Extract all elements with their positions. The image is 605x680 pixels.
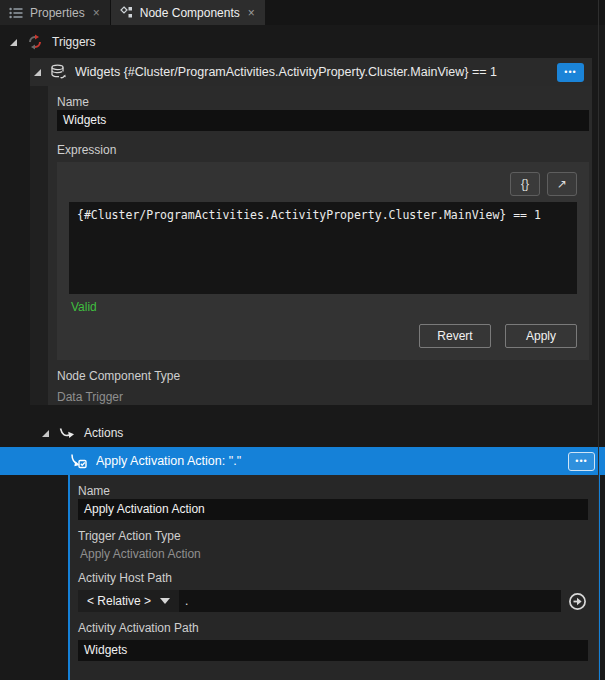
section-label: Triggers — [52, 35, 96, 49]
triggers-cycle-icon — [27, 34, 43, 50]
trigger-action-type-value: Apply Activation Action — [80, 546, 588, 562]
trigger-name-input[interactable]: Widgets — [57, 110, 589, 131]
expression-panel: {} ↗ {#Cluster/ProgramActivities.Activit… — [57, 162, 589, 360]
action-body: Name Apply Activation Action Trigger Act… — [68, 475, 600, 680]
spacer — [0, 405, 605, 418]
expander-icon[interactable] — [41, 429, 50, 438]
apply-activation-action-icon — [70, 453, 88, 469]
expression-buttons: Revert Apply — [69, 324, 577, 348]
actions-section-header[interactable]: Actions — [0, 418, 605, 447]
trigger-action-type-label: Trigger Action Type — [78, 528, 588, 544]
tab-label: Properties — [30, 6, 85, 20]
expander-icon[interactable] — [33, 68, 42, 77]
list-icon — [9, 7, 23, 19]
trigger-header-row[interactable]: Widgets {#Cluster/ProgramActivities.Acti… — [30, 58, 592, 86]
action-menu-button[interactable]: ••• — [568, 452, 595, 471]
tab-bar: Properties × Node Components × — [0, 0, 605, 25]
expression-toolbar: {} ↗ — [69, 172, 577, 196]
activity-host-path-row: < Relative > . — [78, 590, 588, 612]
validation-status: Valid — [71, 300, 577, 316]
activity-activation-path-input[interactable]: Widgets — [78, 640, 588, 661]
node-component-type-value: Data Trigger — [57, 389, 589, 405]
name-label: Name — [57, 94, 589, 110]
trigger-body: Name Widgets Expression {} ↗ {#Cluster/P… — [48, 86, 592, 405]
trigger-title: Widgets {#Cluster/ProgramActivities.Acti… — [75, 65, 549, 79]
action-name-input[interactable]: Apply Activation Action — [78, 499, 588, 520]
expression-editor[interactable]: {#Cluster/ProgramActivities.ActivityProp… — [69, 202, 577, 294]
tab-properties[interactable]: Properties × — [0, 0, 111, 25]
action-title: Apply Activation Action: "." — [96, 454, 560, 468]
dropdown-value: < Relative > — [87, 594, 151, 608]
scrollbar-track[interactable] — [598, 0, 599, 680]
circle-arrow-icon — [568, 592, 587, 611]
node-components-icon — [120, 6, 133, 19]
apply-button[interactable]: Apply — [505, 324, 577, 348]
expression-label: Expression — [57, 142, 589, 158]
expander-icon[interactable] — [9, 38, 18, 47]
tab-node-components[interactable]: Node Components × — [111, 0, 265, 25]
data-trigger-icon — [50, 64, 67, 80]
open-external-button[interactable]: ↗ — [547, 172, 577, 196]
braces-button[interactable]: {} — [510, 172, 540, 196]
path-mode-dropdown[interactable]: < Relative > — [78, 590, 179, 612]
node-component-type-label: Node Component Type — [57, 368, 589, 384]
activity-host-path-label: Activity Host Path — [78, 570, 588, 586]
tab-label: Node Components — [140, 6, 240, 20]
action-header-row[interactable]: Apply Activation Action: "." ••• — [0, 447, 605, 475]
section-label: Actions — [84, 426, 123, 440]
select-node-button[interactable] — [566, 590, 588, 612]
activity-activation-path-label: Activity Activation Path — [78, 620, 588, 636]
close-icon[interactable]: × — [247, 7, 256, 19]
chevron-down-icon — [160, 598, 170, 604]
activity-host-path-input[interactable]: . — [179, 590, 561, 612]
triggers-section-header[interactable]: Triggers — [0, 25, 605, 58]
close-icon[interactable]: × — [92, 7, 101, 19]
trigger-menu-button[interactable]: ••• — [557, 63, 584, 82]
actions-arrow-icon — [59, 427, 75, 440]
trigger-block: Widgets {#Cluster/ProgramActivities.Acti… — [30, 58, 592, 405]
name-label: Name — [78, 483, 588, 499]
revert-button[interactable]: Revert — [419, 324, 491, 348]
